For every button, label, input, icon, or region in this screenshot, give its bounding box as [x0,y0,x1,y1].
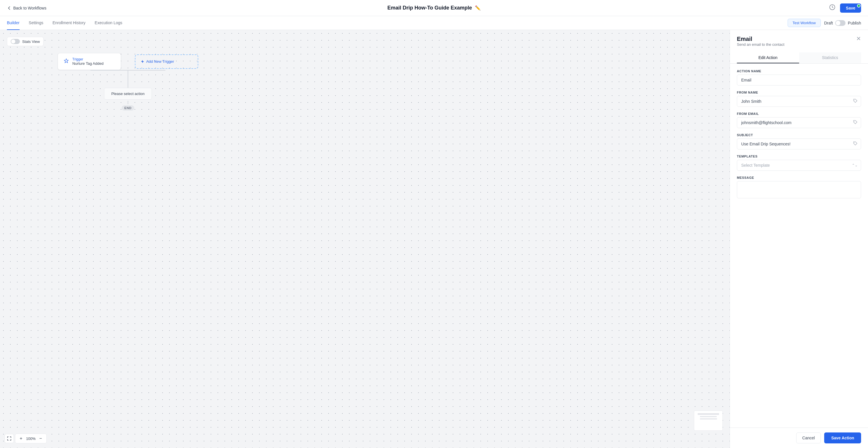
page-title: Email Drip How-To Guide Example [387,5,472,11]
publish-label: Publish [848,21,861,25]
templates-label: TEMPLATES [737,154,861,158]
back-button[interactable]: Back to Workflows [7,6,46,10]
fullscreen-icon [7,436,11,441]
action-placeholder: Please select action END [104,88,152,110]
templates-select[interactable]: Select Template [737,160,861,171]
header-right: Save [829,3,861,13]
thumb-bar1 [698,413,719,415]
tag-icon-from-email [853,120,858,126]
history-icon-button[interactable] [829,4,835,12]
trigger-icon [64,58,69,65]
message-label: MESSAGE [737,176,861,179]
thumb-bar3 [700,418,717,419]
panel-header: Email Send an email to the contact ✕ Edi… [730,30,868,64]
subject-input-wrapper [737,138,861,149]
panel-title-group: Email Send an email to the contact [737,36,784,51]
main: Stats View Trigger Nurture Tag Added [0,30,868,448]
tab-execution-logs[interactable]: Execution Logs [95,16,122,30]
header-left: Back to Workflows [7,6,46,10]
tag-icon-subject [853,141,858,147]
tab-builder[interactable]: Builder [7,16,20,30]
close-panel-button[interactable]: ✕ [856,36,861,41]
zoom-area: + 100% − [5,434,47,443]
subject-field-group: SUBJECT [737,133,861,149]
message-field-group: MESSAGE [737,176,861,198]
end-badge: END [122,105,134,110]
fullscreen-button[interactable] [5,434,14,443]
save-action-button[interactable]: Save Action [824,433,861,443]
plus-icon: + [141,59,144,64]
nav-right: Test Workflow Draft Publish [787,19,861,27]
canvas-thumbnail [694,411,723,431]
action-placeholder-text: Please select action [111,92,145,96]
templates-select-wrapper: Select Template ⌃⌄ [737,160,861,171]
publish-toggle-switch[interactable] [835,20,845,26]
back-arrow-icon [7,6,11,10]
trigger-label: Trigger [72,57,103,61]
panel-footer: Cancel Save Action [730,427,868,448]
templates-field-group: TEMPLATES Select Template ⌃⌄ [737,154,861,171]
back-label: Back to Workflows [13,6,46,10]
history-icon [829,4,835,10]
stats-view-toggle[interactable]: Stats View [7,37,43,46]
zoom-out-button[interactable]: − [37,435,44,442]
small-v-connector [128,101,128,104]
edit-title-icon[interactable]: ✏️ [475,5,481,11]
from-name-input-wrapper [737,96,861,107]
navbar: Builder Settings Enrollment History Exec… [0,16,868,30]
from-email-input-wrapper [737,117,861,128]
nav-tabs: Builder Settings Enrollment History Exec… [7,16,122,30]
panel-subtitle: Send an email to the contact [737,42,784,47]
zoom-level: 100% [26,437,36,441]
zoom-in-button[interactable]: + [18,435,25,442]
panel-title-row: Email Send an email to the contact ✕ [737,36,861,51]
from-email-field-group: FROM EMAIL [737,112,861,128]
from-name-label: FROM NAME [737,91,861,94]
subject-label: SUBJECT [737,133,861,137]
action-placeholder-box[interactable]: Please select action [104,88,152,100]
subject-input[interactable] [737,138,861,149]
v-connector [128,71,128,88]
tab-enrollment-history[interactable]: Enrollment History [53,16,85,30]
add-trigger-node[interactable]: + Add New Trigger [135,55,198,69]
tag-icon-from-name [853,99,858,104]
connector-area [91,70,165,88]
action-name-label: ACTION NAME [737,69,861,73]
add-trigger-label: Add New Trigger [146,59,174,64]
draft-publish-toggle: Draft Publish [824,20,861,26]
cancel-button[interactable]: Cancel [796,433,821,443]
svg-point-3 [854,142,855,143]
zoom-number-area: + 100% − [15,434,47,443]
draft-label: Draft [824,21,833,25]
panel-tabs: Edit Action Statistics [737,53,861,63]
from-email-label: FROM EMAIL [737,112,861,115]
from-name-field-group: FROM NAME [737,91,861,107]
trigger-node[interactable]: Trigger Nurture Tag Added [58,53,121,70]
header: Back to Workflows Email Drip How-To Guid… [0,0,868,16]
trigger-row: Trigger Nurture Tag Added + Add New Trig… [58,53,198,70]
panel-body: ACTION NAME FROM NAME FR [730,64,868,427]
trigger-value: Nurture Tag Added [72,61,103,66]
thumb-bar2 [700,416,717,417]
save-button[interactable]: Save [840,3,861,13]
workflow-area: Trigger Nurture Tag Added + Add New Trig… [58,53,198,110]
stats-toggle-switch[interactable] [11,39,20,44]
right-panel: Email Send an email to the contact ✕ Edi… [730,30,868,448]
tab-statistics[interactable]: Statistics [799,53,861,63]
svg-point-1 [854,100,855,100]
tab-settings[interactable]: Settings [29,16,43,30]
message-editor-area[interactable] [737,181,861,198]
test-workflow-button[interactable]: Test Workflow [787,19,821,27]
svg-point-2 [854,121,855,122]
action-name-input[interactable] [737,75,861,85]
tab-edit-action[interactable]: Edit Action [737,53,799,63]
from-email-input[interactable] [737,117,861,128]
header-center: Email Drip How-To Guide Example ✏️ [387,5,481,11]
stats-view-label: Stats View [22,39,40,44]
panel-title: Email [737,36,784,42]
workflow-canvas[interactable]: Stats View Trigger Nurture Tag Added [0,30,730,448]
trigger-content: Trigger Nurture Tag Added [72,57,103,66]
from-name-input[interactable] [737,96,861,107]
action-name-field-group: ACTION NAME [737,69,861,85]
